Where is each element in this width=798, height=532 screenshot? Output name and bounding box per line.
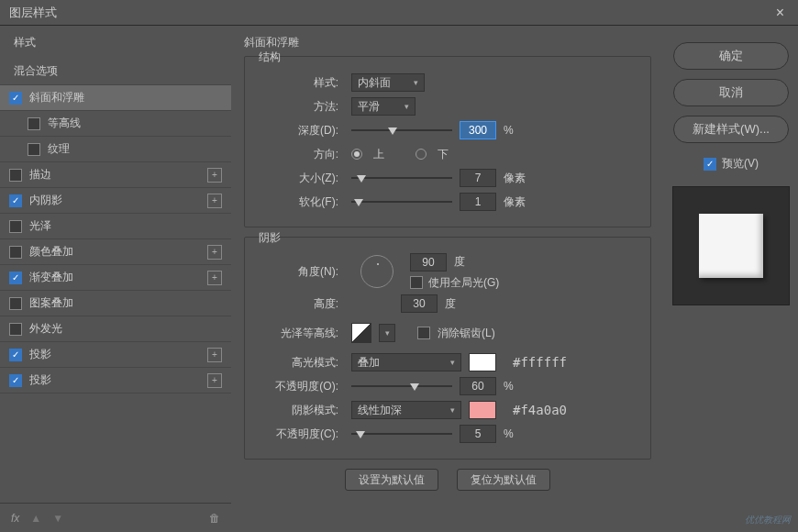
- angle-wheel[interactable]: [360, 255, 393, 288]
- make-default-button[interactable]: 设置为默认值: [345, 469, 438, 491]
- add-effect-icon[interactable]: +: [207, 373, 222, 388]
- shadow-color-swatch[interactable]: [469, 401, 496, 419]
- size-unit: 像素: [504, 171, 531, 186]
- style-item-label: 光泽: [29, 218, 222, 234]
- chevron-down-icon: ▾: [450, 358, 455, 367]
- chevron-down-icon: ▾: [405, 102, 409, 111]
- highlight-opacity-input[interactable]: [460, 377, 496, 395]
- arrow-down-icon[interactable]: ▼: [52, 512, 63, 525]
- reset-default-button[interactable]: 复位为默认值: [457, 469, 550, 491]
- style-checkbox[interactable]: [9, 92, 22, 105]
- add-effect-icon[interactable]: +: [207, 168, 222, 183]
- style-item-label: 等高线: [48, 116, 222, 131]
- shadow-opacity-unit: %: [504, 427, 531, 440]
- trash-icon[interactable]: 🗑: [209, 512, 220, 525]
- sidebar-item-6[interactable]: 颜色叠加+: [0, 239, 231, 265]
- direction-down-radio[interactable]: [416, 149, 427, 160]
- titlebar: 图层样式 ×: [0, 0, 798, 26]
- style-checkbox[interactable]: [9, 297, 22, 310]
- shadow-color-hex: #f4a0a0: [513, 403, 567, 417]
- style-checkbox[interactable]: [9, 349, 22, 361]
- highlight-opacity-slider[interactable]: [351, 378, 452, 394]
- sidebar-item-11[interactable]: 投影+: [0, 368, 231, 393]
- panel-bevel: 斜面和浮雕 结构 样式: 内斜面▾ 方法: 平滑▾ 深度(D): %: [231, 26, 664, 532]
- style-checkbox[interactable]: [9, 272, 22, 284]
- direction-up-radio[interactable]: [351, 149, 362, 160]
- shadow-opacity-slider[interactable]: [351, 426, 452, 442]
- add-effect-icon[interactable]: +: [207, 348, 222, 362]
- add-effect-icon[interactable]: +: [207, 194, 222, 208]
- style-item-label: 内阴影: [29, 193, 200, 208]
- size-input[interactable]: [460, 169, 496, 187]
- sidebar-header: 样式: [0, 26, 231, 58]
- style-dropdown[interactable]: 内斜面▾: [351, 73, 425, 92]
- global-light-checkbox[interactable]: [410, 276, 423, 289]
- style-item-label: 纹理: [48, 141, 222, 157]
- style-checkbox[interactable]: [9, 169, 22, 182]
- fx-icon[interactable]: fx: [11, 512, 19, 525]
- shadow-mode-dropdown[interactable]: 线性加深▾: [351, 401, 461, 419]
- preview-checkbox[interactable]: [704, 158, 716, 171]
- sidebar-item-4[interactable]: 内阴影+: [0, 188, 231, 214]
- highlight-opacity-label: 不透明度(O):: [263, 379, 338, 394]
- global-light-label: 使用全局光(G): [428, 275, 499, 291]
- depth-slider[interactable]: [351, 122, 452, 139]
- sidebar-item-8[interactable]: 图案叠加: [0, 291, 231, 316]
- new-style-button[interactable]: 新建样式(W)...: [673, 116, 789, 143]
- cancel-button[interactable]: 取消: [673, 79, 789, 106]
- preview-swatch: [699, 214, 763, 278]
- preview-label: 预览(V): [722, 156, 759, 172]
- soften-input[interactable]: [460, 193, 496, 211]
- style-checkbox[interactable]: [28, 117, 40, 130]
- soften-slider[interactable]: [351, 194, 452, 210]
- window-title: 图层样式: [9, 5, 771, 21]
- sidebar-item-10[interactable]: 投影+: [0, 342, 231, 368]
- sidebar-item-0[interactable]: 斜面和浮雕: [0, 85, 231, 111]
- angle-unit: 度: [454, 254, 465, 270]
- close-icon[interactable]: ×: [771, 5, 789, 21]
- sidebar-item-7[interactable]: 渐变叠加+: [0, 265, 231, 291]
- sidebar-item-1[interactable]: 等高线: [0, 111, 231, 137]
- blending-options[interactable]: 混合选项: [0, 58, 231, 85]
- shadow-mode-label: 阴影模式:: [263, 403, 338, 418]
- preview-toggle[interactable]: 预览(V): [704, 156, 759, 172]
- style-checkbox[interactable]: [9, 323, 22, 336]
- technique-dropdown[interactable]: 平滑▾: [351, 97, 416, 116]
- style-checkbox[interactable]: [9, 246, 22, 259]
- angle-input[interactable]: [410, 253, 447, 272]
- antialias-label: 消除锯齿(L): [438, 326, 495, 341]
- altitude-input[interactable]: [401, 294, 438, 313]
- highlight-mode-label: 高光模式:: [263, 355, 338, 371]
- style-checkbox[interactable]: [9, 220, 22, 233]
- add-effect-icon[interactable]: +: [207, 245, 222, 260]
- sidebar-item-9[interactable]: 外发光: [0, 316, 231, 342]
- ok-button[interactable]: 确定: [673, 42, 789, 70]
- style-checkbox[interactable]: [9, 194, 22, 207]
- style-checkbox[interactable]: [28, 143, 40, 156]
- contour-dropdown[interactable]: ▾: [379, 324, 395, 342]
- style-item-label: 描边: [29, 167, 200, 183]
- add-effect-icon[interactable]: +: [207, 271, 222, 285]
- arrow-up-icon[interactable]: ▲: [30, 512, 41, 525]
- style-item-label: 图案叠加: [29, 295, 222, 311]
- chevron-down-icon: ▾: [450, 405, 455, 415]
- style-item-label: 颜色叠加: [29, 244, 200, 260]
- antialias-checkbox[interactable]: [417, 327, 430, 339]
- size-label: 大小(Z):: [263, 171, 338, 186]
- highlight-mode-dropdown[interactable]: 叠加▾: [351, 353, 461, 371]
- sidebar-item-2[interactable]: 纹理: [0, 137, 231, 162]
- shadow-opacity-input[interactable]: [460, 425, 496, 443]
- highlight-color-swatch[interactable]: [469, 353, 496, 371]
- sidebar-footer: fx ▲ ▼ 🗑: [0, 503, 231, 532]
- sidebar-item-3[interactable]: 描边+: [0, 162, 231, 188]
- style-checkbox[interactable]: [9, 374, 22, 387]
- sidebar-item-5[interactable]: 光泽: [0, 214, 231, 239]
- depth-input[interactable]: [460, 121, 496, 139]
- angle-label: 角度(N):: [263, 264, 338, 280]
- style-item-label: 外发光: [29, 321, 222, 337]
- size-slider[interactable]: [351, 170, 452, 186]
- contour-picker[interactable]: [351, 323, 371, 343]
- highlight-opacity-unit: %: [504, 380, 531, 393]
- chevron-down-icon: ▾: [385, 328, 390, 338]
- preview-box: [672, 186, 790, 305]
